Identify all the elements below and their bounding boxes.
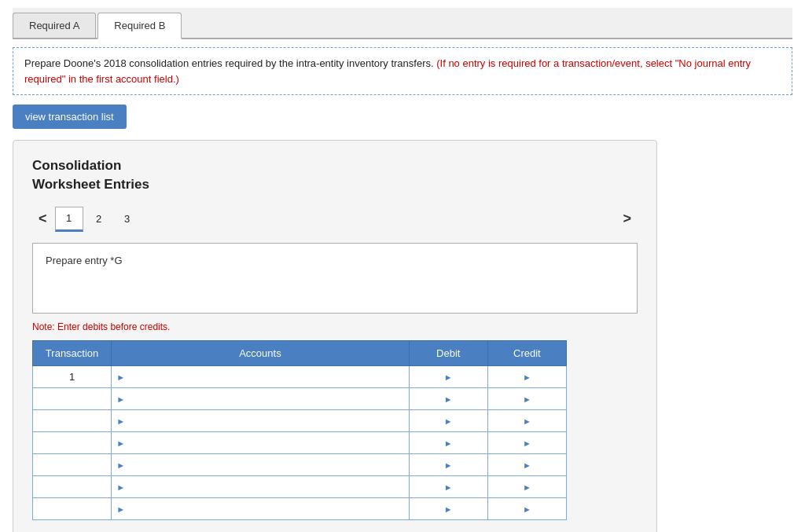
cell-debit-6[interactable]: ► bbox=[409, 497, 487, 519]
table-row: ►►► bbox=[33, 431, 567, 453]
col-header-accounts: Accounts bbox=[112, 340, 409, 365]
col-header-credit: Credit bbox=[487, 340, 566, 365]
page-3[interactable]: 3 bbox=[116, 207, 138, 232]
cell-credit-0[interactable]: ► bbox=[487, 365, 566, 387]
cell-credit-6[interactable]: ► bbox=[487, 497, 566, 519]
entry-description-box: Prepare entry *G bbox=[32, 243, 638, 314]
cell-account-6[interactable]: ► bbox=[112, 497, 409, 519]
cell-account-2[interactable]: ► bbox=[112, 409, 409, 431]
tabs-bar: Required A Required B bbox=[13, 8, 792, 39]
cell-account-0[interactable]: ► bbox=[112, 365, 409, 387]
table-row: ►►► bbox=[33, 387, 567, 409]
cell-transaction-2 bbox=[33, 409, 112, 431]
cell-credit-3[interactable]: ► bbox=[487, 431, 566, 453]
cell-account-3[interactable]: ► bbox=[112, 431, 409, 453]
entry-label: Prepare entry *G bbox=[46, 255, 123, 266]
cell-transaction-0: 1 bbox=[33, 365, 112, 387]
instruction-main-text: Prepare Doone's 2018 consolidation entri… bbox=[24, 57, 436, 69]
tab-required-a[interactable]: Required A bbox=[13, 13, 96, 38]
page-2[interactable]: 2 bbox=[88, 207, 110, 232]
cell-transaction-6 bbox=[33, 497, 112, 519]
tab-required-b[interactable]: Required B bbox=[97, 13, 182, 39]
table-row: 1►►► bbox=[33, 365, 567, 387]
col-header-transaction: Transaction bbox=[33, 340, 112, 365]
cell-credit-2[interactable]: ► bbox=[487, 409, 566, 431]
note-text: Note: Enter debits before credits. bbox=[32, 321, 638, 332]
cell-account-1[interactable]: ► bbox=[112, 387, 409, 409]
cell-credit-1[interactable]: ► bbox=[487, 387, 566, 409]
table-row: ►►► bbox=[33, 453, 567, 475]
table-row: ►►► bbox=[33, 497, 567, 519]
col-header-debit: Debit bbox=[409, 340, 487, 365]
cell-transaction-4 bbox=[33, 453, 112, 475]
cell-debit-5[interactable]: ► bbox=[409, 475, 487, 497]
page-1[interactable]: 1 bbox=[55, 207, 83, 232]
cell-account-4[interactable]: ► bbox=[112, 453, 409, 475]
consolidation-card: Consolidation Worksheet Entries < 1 2 3 … bbox=[13, 140, 657, 532]
table-row: ►►► bbox=[33, 409, 567, 431]
instruction-box: Prepare Doone's 2018 consolidation entri… bbox=[13, 47, 792, 95]
cell-credit-5[interactable]: ► bbox=[487, 475, 566, 497]
cell-debit-3[interactable]: ► bbox=[409, 431, 487, 453]
cell-debit-4[interactable]: ► bbox=[409, 453, 487, 475]
next-page-button[interactable]: > bbox=[616, 207, 638, 230]
journal-entry-table: Transaction Accounts Debit Credit 1►►►►►… bbox=[32, 340, 567, 520]
table-row: ►►► bbox=[33, 475, 567, 497]
prev-page-button[interactable]: < bbox=[32, 207, 53, 230]
cell-debit-2[interactable]: ► bbox=[409, 409, 487, 431]
cell-debit-0[interactable]: ► bbox=[409, 365, 487, 387]
cell-transaction-5 bbox=[33, 475, 112, 497]
cell-transaction-3 bbox=[33, 431, 112, 453]
cell-account-5[interactable]: ► bbox=[112, 475, 409, 497]
view-transaction-button[interactable]: view transaction list bbox=[13, 105, 127, 129]
cell-credit-4[interactable]: ► bbox=[487, 453, 566, 475]
cell-debit-1[interactable]: ► bbox=[409, 387, 487, 409]
pagination: < 1 2 3 > bbox=[32, 207, 638, 232]
card-title: Consolidation Worksheet Entries bbox=[32, 156, 638, 194]
cell-transaction-1 bbox=[33, 387, 112, 409]
